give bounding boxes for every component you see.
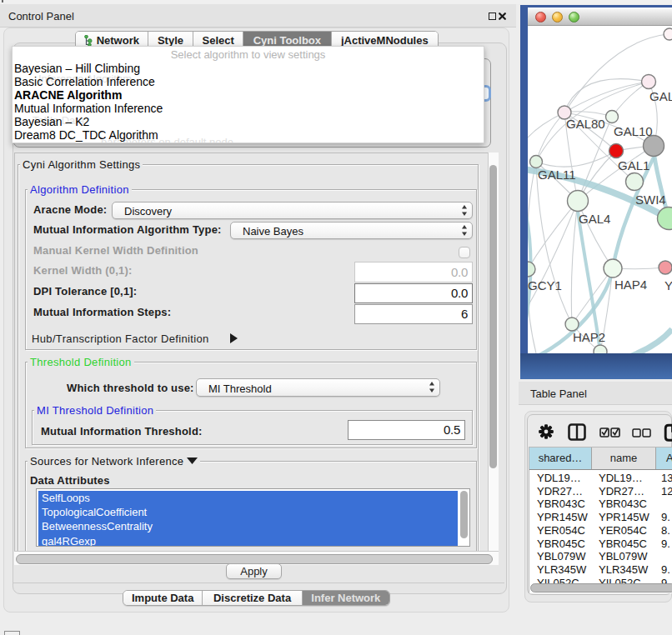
svg-text:SWI4: SWI4 <box>635 192 666 207</box>
svg-text:Y: Y <box>664 278 672 292</box>
svg-text:GAL: GAL <box>649 89 672 103</box>
svg-text:GAL4: GAL4 <box>579 212 610 226</box>
svg-text:HAP2: HAP2 <box>573 330 605 344</box>
svg-text:GAL80: GAL80 <box>566 117 605 131</box>
svg-text:GAL10: GAL10 <box>614 124 653 138</box>
svg-text:GCY1: GCY1 <box>528 278 562 292</box>
svg-text:GAL1: GAL1 <box>618 158 649 172</box>
svg-text:GAL11: GAL11 <box>538 168 576 182</box>
svg-text:HAP4: HAP4 <box>614 278 647 292</box>
